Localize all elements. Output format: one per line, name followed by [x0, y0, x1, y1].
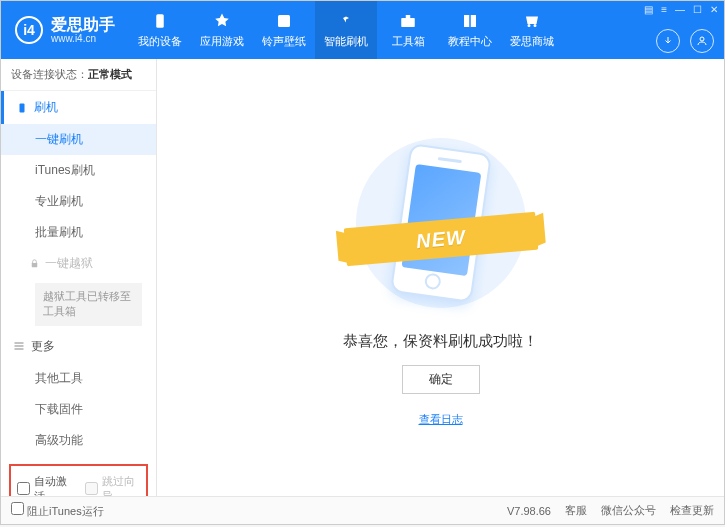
nav-apps[interactable]: 应用游戏	[191, 1, 253, 59]
svg-rect-6	[32, 263, 38, 267]
menu-icon[interactable]: ▤	[644, 4, 653, 15]
success-illustration: NEW	[351, 128, 531, 318]
toolbox-icon	[398, 11, 418, 31]
main-content: NEW 恭喜您，保资料刷机成功啦！ 确定 查看日志	[157, 59, 724, 496]
svg-rect-7	[15, 343, 24, 344]
wallpaper-icon	[274, 11, 294, 31]
sidebar-item-jailbreak: 一键越狱	[1, 248, 156, 279]
device-icon	[150, 11, 170, 31]
nav-toolbox[interactable]: 工具箱	[377, 1, 439, 59]
download-button[interactable]	[656, 29, 680, 53]
status-bar: 阻止iTunes运行 V7.98.66 客服 微信公众号 检查更新	[1, 496, 724, 524]
jailbreak-note: 越狱工具已转移至工具箱	[35, 283, 142, 326]
svg-rect-0	[156, 14, 164, 28]
sidebar: 设备连接状态：正常模式 刷机 一键刷机 iTunes刷机 专业刷机 批量刷机 一…	[1, 59, 157, 496]
nav-my-device[interactable]: 我的设备	[129, 1, 191, 59]
svg-rect-3	[406, 15, 411, 18]
app-title: 爱思助手	[51, 17, 115, 33]
sidebar-item-advanced[interactable]: 高级功能	[1, 425, 156, 456]
user-button[interactable]	[690, 29, 714, 53]
sidebar-item-onekey[interactable]: 一键刷机	[1, 124, 156, 155]
minimize-icon[interactable]: —	[675, 4, 685, 15]
nav-tutorials[interactable]: 教程中心	[439, 1, 501, 59]
view-log-link[interactable]: 查看日志	[419, 412, 463, 427]
skip-guide-checkbox[interactable]: 跳过向导	[85, 474, 141, 496]
lock-icon	[29, 258, 40, 269]
svg-point-4	[700, 37, 704, 41]
app-subtitle: www.i4.cn	[51, 33, 115, 44]
version-label: V7.98.66	[507, 505, 551, 517]
phone-icon	[16, 102, 28, 114]
logo: i4 爱思助手 www.i4.cn	[1, 16, 129, 44]
sidebar-item-download[interactable]: 下载固件	[1, 394, 156, 425]
sidebar-section-more[interactable]: 更多	[1, 330, 156, 363]
sidebar-item-other[interactable]: 其他工具	[1, 363, 156, 394]
ok-button[interactable]: 确定	[402, 365, 480, 394]
auto-activate-checkbox[interactable]: 自动激活	[17, 474, 73, 496]
header-right	[656, 29, 714, 53]
wechat-link[interactable]: 微信公众号	[601, 503, 656, 518]
sidebar-section-flash[interactable]: 刷机	[1, 91, 156, 124]
nav-store[interactable]: 爱思商城	[501, 1, 563, 59]
nav-flash[interactable]: 智能刷机	[315, 1, 377, 59]
svg-rect-5	[20, 103, 25, 112]
flash-icon	[336, 11, 356, 31]
success-message: 恭喜您，保资料刷机成功啦！	[343, 332, 538, 351]
nav-ringtones[interactable]: 铃声壁纸	[253, 1, 315, 59]
lines-icon[interactable]: ≡	[661, 4, 667, 15]
list-icon	[13, 340, 25, 352]
close-icon[interactable]: ✕	[710, 4, 718, 15]
svg-rect-2	[401, 18, 415, 27]
sidebar-item-pro[interactable]: 专业刷机	[1, 186, 156, 217]
apps-icon	[212, 11, 232, 31]
logo-icon: i4	[15, 16, 43, 44]
block-itunes-checkbox[interactable]: 阻止iTunes运行	[11, 502, 104, 519]
check-update-link[interactable]: 检查更新	[670, 503, 714, 518]
app-header: i4 爱思助手 www.i4.cn 我的设备 应用游戏 铃声壁纸 智能刷机	[1, 1, 724, 59]
maximize-icon[interactable]: ☐	[693, 4, 702, 15]
cart-icon	[522, 11, 542, 31]
svg-rect-1	[278, 15, 290, 27]
book-icon	[460, 11, 480, 31]
sidebar-item-batch[interactable]: 批量刷机	[1, 217, 156, 248]
window-controls: ▤ ≡ — ☐ ✕	[644, 4, 718, 15]
service-link[interactable]: 客服	[565, 503, 587, 518]
svg-rect-9	[15, 349, 24, 350]
options-box: 自动激活 跳过向导	[9, 464, 148, 496]
svg-rect-8	[15, 346, 24, 347]
top-nav: 我的设备 应用游戏 铃声壁纸 智能刷机 工具箱 教程中心	[129, 1, 563, 59]
sidebar-item-itunes[interactable]: iTunes刷机	[1, 155, 156, 186]
connection-status: 设备连接状态：正常模式	[1, 59, 156, 91]
